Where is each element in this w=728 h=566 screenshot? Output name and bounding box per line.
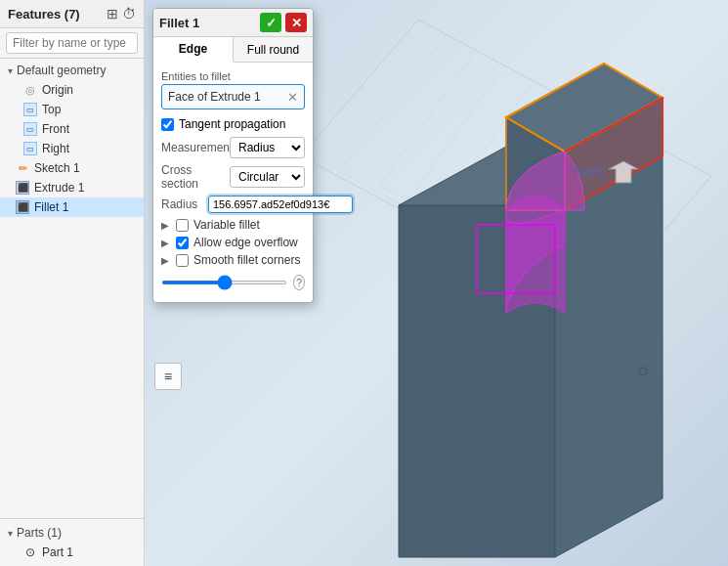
- smooth-fillet-label: Smooth fillet corners: [193, 253, 300, 267]
- entities-label: Entities to fillet: [161, 70, 305, 82]
- cross-section-select[interactable]: Circular: [230, 166, 305, 188]
- svg-line-5: [379, 49, 477, 186]
- measurement-label: Measurement: [161, 141, 230, 154]
- entities-clear-button[interactable]: ✕: [287, 91, 298, 104]
- sidebar-tree: ▾ Default geometry ◎ Origin ▭ Top ▭ Fron…: [0, 59, 144, 518]
- smooth-fillet-corners-row[interactable]: ▶ Smooth fillet corners: [161, 253, 305, 267]
- radius-label: Radius: [161, 197, 208, 211]
- tree-item-right[interactable]: ▭ Right: [0, 139, 144, 158]
- tangent-propagation-checkbox[interactable]: [161, 118, 174, 131]
- fillet-slider[interactable]: [161, 281, 287, 284]
- sidebar-icon-add[interactable]: ⊞: [107, 6, 118, 22]
- viewport-tools: ≡: [154, 363, 182, 390]
- main-content: Right ≡ Fillet 1 ✓ ✕ Edge Full round Ent…: [145, 0, 728, 566]
- tree-item-front-label: Front: [42, 122, 69, 136]
- part-icon: ⊙: [23, 545, 37, 559]
- dialog-tabs: Edge Full round: [153, 37, 313, 63]
- sidebar-title: Features (7): [8, 7, 101, 22]
- section-arrow: ▾: [8, 65, 13, 76]
- variable-fillet-checkbox[interactable]: [176, 219, 189, 232]
- tree-item-front[interactable]: ▭ Front: [0, 119, 144, 139]
- tree-item-top-label: Top: [42, 103, 61, 116]
- tab-full-round[interactable]: Full round: [234, 37, 313, 62]
- radius-input[interactable]: [208, 196, 353, 213]
- allow-edge-overflow-label: Allow edge overflow: [193, 236, 298, 249]
- radius-row: Radius: [161, 196, 305, 213]
- tree-item-top[interactable]: ▭ Top: [0, 100, 144, 119]
- dialog-title: Fillet 1: [159, 16, 256, 30]
- sidebar-filter: [0, 28, 144, 59]
- cross-section-row: Cross section Circular: [161, 163, 305, 191]
- tree-item-sketch1[interactable]: ✏ Sketch 1: [0, 158, 144, 178]
- origin-icon: ◎: [23, 83, 37, 97]
- svg-line-4: [340, 34, 448, 171]
- tree-item-sketch1-label: Sketch 1: [34, 161, 80, 175]
- tree-item-part1-label: Part 1: [42, 545, 73, 559]
- viewport-tool-list[interactable]: ≡: [154, 363, 182, 390]
- help-icon[interactable]: ?: [293, 275, 305, 290]
- right-plane-icon: ▭: [23, 142, 37, 155]
- extrude-icon: ⬛: [16, 181, 29, 195]
- dialog-ok-button[interactable]: ✓: [260, 13, 281, 32]
- tree-item-fillet1[interactable]: ⬛ Fillet 1: [0, 197, 144, 217]
- viewport[interactable]: Right ≡ Fillet 1 ✓ ✕ Edge Full round Ent…: [145, 0, 728, 566]
- entities-section: Entities to fillet Face of Extrude 1 ✕: [161, 70, 305, 109]
- sidebar-icon-clock[interactable]: ⏱: [122, 6, 136, 22]
- fillet-dialog: Fillet 1 ✓ ✕ Edge Full round Entities to…: [152, 8, 314, 303]
- tree-item-fillet1-label: Fillet 1: [34, 200, 68, 214]
- variable-fillet-label: Variable fillet: [193, 218, 260, 232]
- front-plane-icon: ▭: [23, 122, 37, 136]
- dialog-titlebar: Fillet 1 ✓ ✕: [153, 9, 313, 37]
- tree-item-part1[interactable]: ⊙ Part 1: [0, 543, 144, 562]
- tree-item-origin-label: Origin: [42, 83, 73, 97]
- parts-label: Parts (1): [17, 526, 62, 540]
- dialog-cancel-button[interactable]: ✕: [285, 13, 307, 32]
- tree-item-right-label: Right: [42, 142, 69, 155]
- variable-fillet-row[interactable]: ▶ Variable fillet: [161, 218, 305, 232]
- sidebar: Features (7) ⊞ ⏱ ▾ Default geometry ◎ Or…: [0, 0, 145, 566]
- sketch-icon: ✏: [16, 161, 29, 175]
- entities-value: Face of Extrude 1: [168, 90, 261, 104]
- measurement-select[interactable]: Radius: [230, 137, 305, 158]
- variable-fillet-arrow: ▶: [161, 220, 171, 231]
- tangent-propagation-label: Tangent propagation: [179, 117, 285, 131]
- smooth-fillet-checkbox[interactable]: [176, 254, 189, 267]
- default-geometry-section[interactable]: ▾ Default geometry: [0, 61, 144, 80]
- tangent-propagation-row: Tangent propagation: [161, 117, 305, 131]
- sidebar-bottom: ▾ Parts (1) ⊙ Part 1: [0, 518, 144, 566]
- tab-edge[interactable]: Edge: [153, 37, 234, 63]
- tree-item-origin[interactable]: ◎ Origin: [0, 80, 144, 100]
- parts-section[interactable]: ▾ Parts (1): [0, 523, 144, 543]
- allow-edge-overflow-arrow: ▶: [161, 238, 171, 248]
- sidebar-header: Features (7) ⊞ ⏱: [0, 0, 144, 28]
- top-plane-icon: ▭: [23, 103, 37, 116]
- smooth-fillet-arrow: ▶: [161, 255, 171, 266]
- tree-item-extrude1[interactable]: ⬛ Extrude 1: [0, 178, 144, 197]
- default-geometry-label: Default geometry: [17, 64, 106, 77]
- tree-item-extrude1-label: Extrude 1: [34, 181, 84, 195]
- fillet-icon: ⬛: [16, 200, 29, 214]
- sidebar-header-icons: ⊞ ⏱: [107, 6, 136, 22]
- parts-arrow: ▾: [8, 528, 13, 539]
- measurement-row: Measurement Radius: [161, 137, 305, 158]
- dialog-body: Entities to fillet Face of Extrude 1 ✕ T…: [153, 63, 313, 302]
- slider-row: ?: [161, 271, 305, 294]
- axis-label-right: Right: [574, 164, 603, 179]
- filter-input[interactable]: [6, 32, 138, 54]
- allow-edge-overflow-checkbox[interactable]: [176, 237, 189, 249]
- entities-box[interactable]: Face of Extrude 1 ✕: [161, 84, 305, 109]
- svg-line-1: [301, 20, 418, 156]
- cross-section-label: Cross section: [161, 163, 230, 191]
- allow-edge-overflow-row[interactable]: ▶ Allow edge overflow: [161, 236, 305, 249]
